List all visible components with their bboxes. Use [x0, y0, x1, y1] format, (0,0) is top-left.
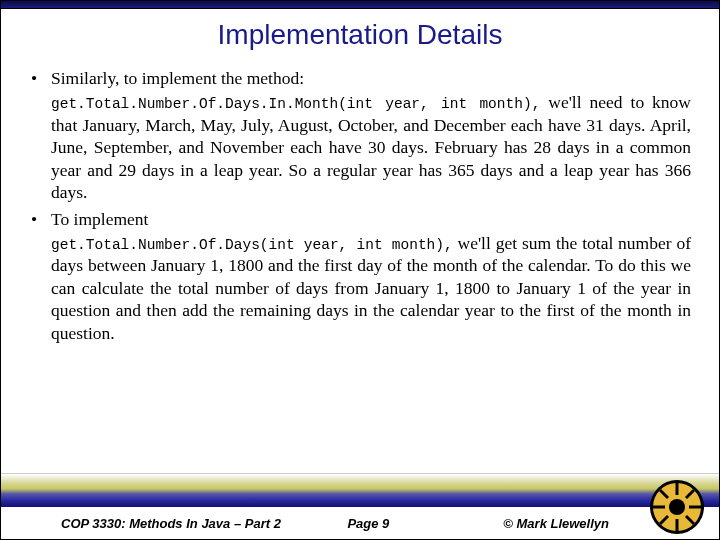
bullet-item: • Similarly, to implement the method:: [29, 67, 691, 89]
svg-point-2: [669, 499, 685, 515]
ucf-logo-icon: [649, 479, 705, 535]
bullet-text: To implement: [51, 208, 691, 230]
top-accent-bar: [1, 1, 719, 9]
footer-course: COP 3330: Methods In Java – Part 2: [61, 516, 281, 531]
bullet-marker: •: [29, 67, 51, 89]
slide: Implementation Details • Similarly, to i…: [0, 0, 720, 540]
bullet-marker: •: [29, 208, 51, 230]
paragraph: get.Total.Number.Of.Days(int year, int m…: [51, 232, 691, 344]
bullet-item: • To implement: [29, 208, 691, 230]
code-snippet: get.Total.Number.Of.Days(int year, int m…: [51, 237, 453, 253]
code-snippet: get.Total.Number.Of.Days.In.Month(int ye…: [51, 96, 540, 112]
footer-bar: COP 3330: Methods In Java – Part 2 Page …: [1, 507, 719, 539]
footer: COP 3330: Methods In Java – Part 2 Page …: [1, 473, 719, 539]
slide-body: • Similarly, to implement the method: ge…: [1, 67, 719, 344]
footer-gradient: [1, 473, 719, 507]
paragraph: get.Total.Number.Of.Days.In.Month(int ye…: [51, 91, 691, 203]
bullet-text: Similarly, to implement the method:: [51, 67, 691, 89]
slide-title: Implementation Details: [1, 19, 719, 51]
footer-page: Page 9: [347, 516, 389, 531]
footer-copyright: © Mark Llewellyn: [503, 516, 609, 531]
